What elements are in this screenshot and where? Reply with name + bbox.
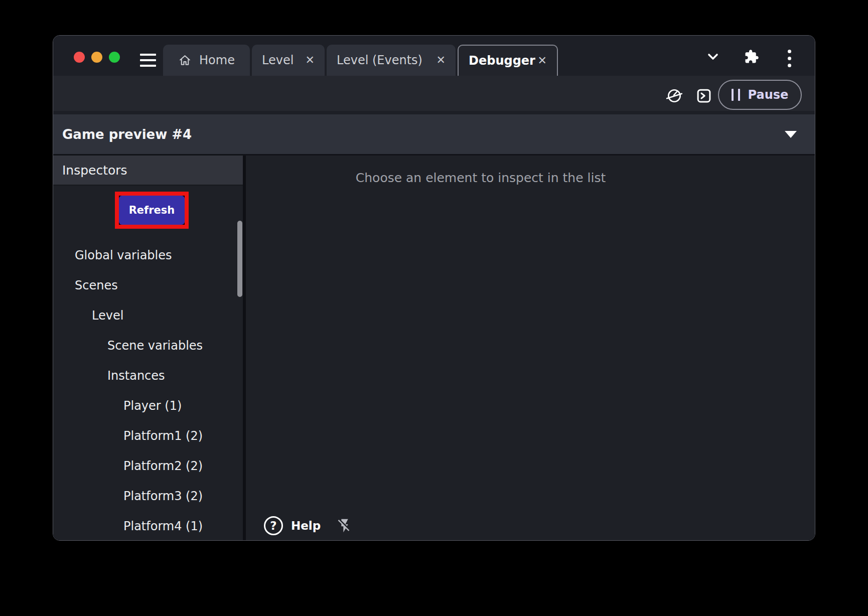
close-icon[interactable]: ✕ — [306, 55, 315, 66]
tab-label: Level — [262, 53, 294, 67]
chevron-down-icon[interactable] — [705, 49, 720, 64]
sidebar-item-global-variables[interactable]: Global variables — [53, 240, 236, 270]
sidebar-item-platform1-2[interactable]: Platform1 (2) — [53, 421, 236, 451]
sidebar-item-platform3-2[interactable]: Platform3 (2) — [53, 481, 236, 511]
kebab-menu-button[interactable] — [788, 50, 791, 67]
app-window: Home Level ✕ Level (Events) ✕ Debugger ✕ — [53, 35, 815, 541]
flash-off-icon — [337, 518, 353, 534]
sidebar-item-player-1[interactable]: Player (1) — [53, 391, 236, 421]
profiler-gauge-icon[interactable] — [666, 87, 683, 104]
tab-label: Home — [199, 53, 235, 67]
help-icon: ? — [264, 516, 283, 535]
tab-level-events[interactable]: Level (Events) ✕ — [327, 45, 456, 76]
help-button[interactable]: ? Help — [264, 516, 321, 535]
flash-off-button[interactable] — [337, 518, 353, 534]
sidebar-item-level[interactable]: Level — [53, 300, 236, 331]
debugger-toolbar: Pause — [53, 76, 815, 111]
preview-selector[interactable]: Game preview #4 — [53, 114, 815, 154]
tab-label: Debugger — [469, 54, 535, 68]
pause-icon — [732, 89, 740, 101]
maximize-window-button[interactable] — [109, 52, 120, 63]
dropdown-caret-icon[interactable] — [785, 131, 797, 138]
close-icon[interactable]: ✕ — [538, 55, 547, 66]
refresh-button[interactable]: Refresh — [119, 196, 185, 225]
sidebar-item-scenes[interactable]: Scenes — [53, 270, 236, 300]
empty-state-message: Choose an element to inspect in the list — [246, 171, 715, 185]
hamburger-icon — [140, 54, 156, 56]
preview-title: Game preview #4 — [53, 127, 192, 142]
inspectors-sidebar: Inspectors Refresh Global variablesScene… — [53, 156, 243, 540]
minimize-window-button[interactable] — [91, 52, 102, 63]
puzzle-extension-icon[interactable] — [744, 49, 759, 64]
inspector-detail-panel: Choose an element to inspect in the list… — [246, 156, 815, 540]
tab-strip: Home Level ✕ Level (Events) ✕ Debugger ✕ — [163, 45, 558, 76]
sidebar-item-scene-variables[interactable]: Scene variables — [53, 331, 236, 361]
home-icon — [178, 54, 192, 67]
sidebar-item-platform2-2[interactable]: Platform2 (2) — [53, 451, 236, 481]
close-icon[interactable]: ✕ — [437, 55, 446, 66]
debugger-content: Inspectors Refresh Global variablesScene… — [53, 154, 815, 540]
title-bar: Home Level ✕ Level (Events) ✕ Debugger ✕ — [53, 36, 815, 76]
pause-button[interactable]: Pause — [718, 80, 802, 110]
close-window-button[interactable] — [74, 52, 85, 63]
help-label: Help — [291, 519, 321, 532]
inspectors-header: Inspectors — [53, 156, 243, 186]
tab-level[interactable]: Level ✕ — [252, 45, 325, 76]
desktop-background: Home Level ✕ Level (Events) ✕ Debugger ✕ — [0, 0, 868, 616]
sidebar-item-instances[interactable]: Instances — [53, 361, 236, 391]
tab-label: Level (Events) — [337, 53, 422, 67]
hamburger-menu-button[interactable] — [140, 54, 156, 67]
pause-label: Pause — [748, 88, 789, 102]
kebab-icon — [788, 50, 791, 53]
window-controls — [74, 52, 120, 63]
inspector-list: Global variablesScenesLevelScene variabl… — [53, 240, 236, 541]
tab-debugger[interactable]: Debugger ✕ — [458, 45, 558, 76]
console-icon[interactable] — [696, 88, 711, 103]
sidebar-scrollbar[interactable] — [237, 221, 242, 297]
footer-actions: ? Help — [264, 516, 353, 535]
annotation-highlight: Refresh — [115, 192, 189, 229]
sidebar-item-platform4-1[interactable]: Platform4 (1) — [53, 511, 236, 541]
tab-home[interactable]: Home — [163, 45, 250, 76]
